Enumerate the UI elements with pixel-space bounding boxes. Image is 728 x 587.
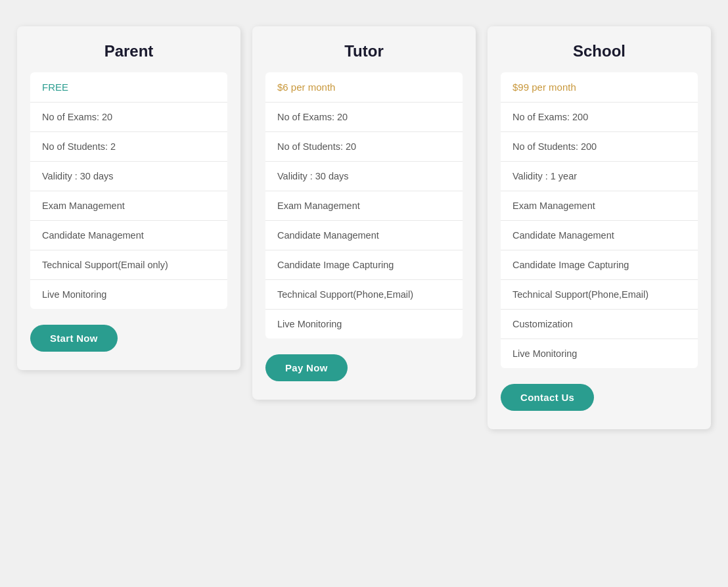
school-feature-0: $99 per month (501, 72, 698, 103)
pricing-container: ParentFREENo of Exams: 20No of Students:… (11, 13, 717, 442)
tutor-action-button[interactable]: Pay Now (265, 354, 348, 381)
parent-feature-6: Technical Support(Email only) (30, 250, 227, 280)
school-feature-8: Customization (501, 310, 698, 339)
parent-features-box: FREENo of Exams: 20No of Students: 2Vali… (30, 72, 227, 309)
tutor-title: Tutor (265, 42, 463, 60)
parent-feature-4: Exam Management (30, 191, 227, 221)
parent-feature-5: Candidate Management (30, 221, 227, 250)
school-feature-9: Live Monitoring (501, 339, 698, 368)
tutor-feature-1: No of Exams: 20 (265, 103, 463, 132)
school-feature-3: Validity : 1 year (501, 162, 698, 191)
tutor-feature-4: Exam Management (265, 191, 463, 221)
tutor-feature-5: Candidate Management (265, 221, 463, 250)
tutor-feature-6: Candidate Image Capturing (265, 250, 463, 280)
school-action-button[interactable]: Contact Us (501, 384, 594, 411)
card-school: School$99 per monthNo of Exams: 200No of… (488, 26, 711, 429)
tutor-feature-3: Validity : 30 days (265, 162, 463, 191)
school-feature-7: Technical Support(Phone,Email) (501, 280, 698, 310)
tutor-feature-2: No of Students: 20 (265, 132, 463, 162)
school-feature-1: No of Exams: 200 (501, 103, 698, 132)
card-parent: ParentFREENo of Exams: 20No of Students:… (17, 26, 240, 370)
school-feature-5: Candidate Management (501, 221, 698, 250)
parent-feature-7: Live Monitoring (30, 280, 227, 309)
parent-feature-0: FREE (30, 72, 227, 103)
card-tutor: Tutor$6 per monthNo of Exams: 20No of St… (252, 26, 476, 400)
tutor-features-box: $6 per monthNo of Exams: 20No of Student… (265, 72, 463, 339)
school-title: School (501, 42, 698, 60)
tutor-feature-0: $6 per month (265, 72, 463, 103)
parent-action-button[interactable]: Start Now (30, 325, 118, 352)
parent-feature-1: No of Exams: 20 (30, 103, 227, 132)
school-feature-6: Candidate Image Capturing (501, 250, 698, 280)
parent-feature-2: No of Students: 2 (30, 132, 227, 162)
parent-title: Parent (30, 42, 227, 60)
tutor-feature-8: Live Monitoring (265, 310, 463, 339)
parent-feature-3: Validity : 30 days (30, 162, 227, 191)
school-feature-2: No of Students: 200 (501, 132, 698, 162)
tutor-feature-7: Technical Support(Phone,Email) (265, 280, 463, 310)
school-feature-4: Exam Management (501, 191, 698, 221)
school-features-box: $99 per monthNo of Exams: 200No of Stude… (501, 72, 698, 368)
